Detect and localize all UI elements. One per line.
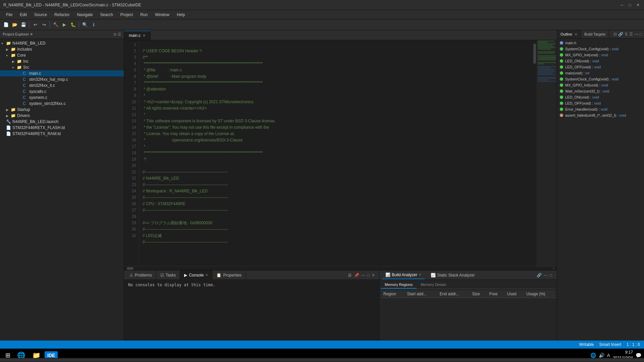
editor-tabs: main.c ✕ — [124, 30, 557, 40]
console-clear-icon[interactable]: 🖥 — [347, 273, 352, 278]
tree-inc[interactable]: ▶ 📁 Inc — [0, 58, 124, 64]
outline-led-off-2[interactable]: LED_OFF(void) : void — [558, 100, 643, 106]
outline-sort-icon[interactable]: ⇅ — [625, 32, 628, 37]
console-pin-icon[interactable]: 📌 — [354, 273, 359, 278]
tree-drivers[interactable]: ▶ 📁 Drivers — [0, 113, 124, 119]
search-button[interactable]: 🔍 — [81, 21, 89, 29]
h-scroll-thumb[interactable] — [127, 267, 133, 270]
tree-includes[interactable]: ▶ 📁 Includes — [0, 46, 124, 52]
editor-scrollbar[interactable] — [533, 40, 537, 266]
menu-window[interactable]: Window — [152, 11, 173, 18]
horizontal-scrollbar[interactable]: › — [124, 266, 557, 270]
build-link-icon[interactable]: 🔗 — [537, 273, 542, 278]
tab-close-icon[interactable]: ✕ — [143, 34, 146, 38]
outline-error-handler[interactable]: Error_Handler(void) : void — [558, 106, 643, 112]
menu-edit[interactable]: Edit — [16, 11, 30, 18]
build-analyzer-close[interactable]: ✕ — [419, 273, 421, 277]
tab-tasks[interactable]: ☑ Tasks — [156, 270, 180, 280]
open-file-button[interactable]: 📂 — [11, 21, 19, 29]
console-close-btn[interactable]: ✕ — [372, 273, 375, 278]
tab-static-stack[interactable]: 📈 Static Stack Analyzer — [427, 272, 478, 279]
tab-outline[interactable]: Outline ✕ — [557, 30, 581, 38]
panel-menu-icon[interactable]: ☰ — [118, 32, 121, 37]
menu-search[interactable]: Search — [97, 11, 116, 18]
collapse-all-icon[interactable]: ⊟ — [113, 32, 116, 37]
console-max-icon[interactable]: □ — [367, 273, 370, 278]
code-content[interactable]: /* USER CODE BEGIN Header */ //** ******… — [139, 40, 533, 266]
maximize-button[interactable]: □ — [627, 2, 633, 8]
network-icon: 🌐 — [590, 353, 596, 358]
new-file-button[interactable]: 📄 — [2, 21, 10, 29]
build-button[interactable]: 🔨 — [52, 21, 60, 29]
outline-wait-msec[interactable]: Wait_mSec(uint32_t) : void — [558, 88, 643, 94]
undo-button[interactable]: ↩ — [31, 21, 39, 29]
notification-icon[interactable]: 💬 — [636, 353, 641, 358]
console-min-icon[interactable]: — — [361, 273, 365, 278]
outline-link-icon[interactable]: 🔗 — [618, 32, 623, 37]
tab-problems[interactable]: ⚠ Problems — [125, 270, 156, 280]
outline-dot-5 — [560, 71, 563, 75]
menu-project[interactable]: Project — [117, 11, 136, 18]
menu-refactor[interactable]: Refactor — [51, 11, 73, 18]
outline-menu-icon[interactable]: ☰ — [629, 32, 633, 37]
sysmem-icon: C — [23, 95, 28, 100]
console-close-icon[interactable]: ✕ — [205, 273, 208, 277]
tab-memory-details[interactable]: Memory Details — [417, 281, 450, 289]
tree-root[interactable]: ▾ 📁 N446RE_Blk_LED — [0, 40, 124, 46]
outline-gpio-2[interactable]: MX_GPIO_Init(void) : void — [558, 82, 643, 88]
outline-assert-failed[interactable]: assert_failed(uint8_t*, uint32_t) : void — [558, 112, 643, 118]
run-button[interactable]: ▶ — [60, 21, 68, 29]
tree-launch[interactable]: ▶ 🔧 N446RE_Blk_LED.launch — [0, 119, 124, 125]
outline-led-on-1[interactable]: LED_ON(void) : void — [558, 58, 643, 64]
outline-main-h[interactable]: main.h — [558, 40, 643, 46]
tree-src[interactable]: ▾ 📁 Src — [0, 64, 124, 70]
outline-close[interactable]: ✕ — [575, 33, 577, 36]
debug-button[interactable]: 🐛 — [69, 21, 77, 29]
tree-system-c[interactable]: ▶ C system_stm32f4xx.c — [0, 101, 124, 107]
src-label: Src — [23, 65, 29, 70]
save-button[interactable]: 💾 — [19, 21, 28, 29]
tree-core[interactable]: ▾ 📁 Core — [0, 52, 124, 58]
tab-console[interactable]: ▶ Console ✕ — [180, 270, 212, 280]
includes-icon: 📁 — [11, 47, 16, 52]
tree-syscalls[interactable]: ▶ C syscalls.c — [0, 88, 124, 95]
close-button[interactable]: ✕ — [635, 2, 641, 8]
tab-main-c[interactable]: main.c ✕ — [124, 31, 151, 40]
menu-help[interactable]: Help — [173, 11, 189, 18]
tree-it-c[interactable]: ▶ C stm32f4xx_it.c — [0, 82, 124, 88]
outline-min-icon[interactable]: — — [634, 32, 638, 37]
outline-led-on-2[interactable]: LED_ON(void) : void — [558, 94, 643, 100]
h-scroll-right-arrow[interactable]: › — [550, 266, 557, 270]
tree-sysmem[interactable]: ▶ C sysmem.c — [0, 95, 124, 101]
status-smart-insert: Smart Insert — [599, 342, 621, 347]
tasks-label: Tasks — [166, 273, 176, 278]
outline-collapse-icon[interactable]: ⊟ — [613, 32, 617, 37]
menu-navigate[interactable]: Navigate — [73, 11, 96, 18]
menu-file[interactable]: File — [3, 11, 16, 18]
tree-flash-ld[interactable]: ▶ 📄 STM32F446RETX_FLASH.ld — [0, 125, 124, 131]
tab-memory-regions[interactable]: Memory Regions — [381, 281, 417, 289]
build-min-icon[interactable]: — — [544, 273, 548, 278]
tab-build-analyzer[interactable]: 📊 Build Analyzer ✕ — [382, 271, 425, 279]
memory-tabs: Memory Regions Memory Details — [381, 281, 555, 289]
outline-max-icon[interactable]: □ — [640, 32, 642, 37]
build-max-icon[interactable]: □ — [550, 273, 552, 278]
tab-properties[interactable]: 📋 Properties — [212, 270, 246, 280]
minimize-button[interactable]: ─ — [619, 2, 625, 8]
scroll-thumb[interactable] — [533, 44, 536, 64]
tree-hal-msp[interactable]: ▶ C stm32f4xx_hal_msp.c — [0, 76, 124, 82]
tree-startup[interactable]: ▶ 📁 Startup — [0, 107, 124, 113]
outline-gpio-1[interactable]: MX_GPIO_Init(void) : void — [558, 52, 643, 58]
outline-sysclock-2[interactable]: SystemClock_Config(void) : void — [558, 76, 643, 82]
menu-run[interactable]: Run — [137, 11, 151, 18]
outline-text-10: LED_OFF(void) : void — [565, 101, 601, 105]
tree-main-c[interactable]: ▶ C main.c — [0, 70, 124, 76]
outline-sysclock-1[interactable]: SystemClock_Config(void) : void — [558, 46, 643, 52]
redo-button[interactable]: ↪ — [40, 21, 48, 29]
menu-source[interactable]: Source — [31, 11, 50, 18]
tree-ram-ld[interactable]: ▶ 📄 STM32F446RETX_RAM.ld — [0, 131, 124, 137]
help-btn[interactable]: ℹ — [90, 21, 98, 29]
outline-led-off-1[interactable]: LED_OFF(void) : void — [558, 64, 643, 70]
tab-build-targets[interactable]: Build Targets — [581, 30, 609, 38]
outline-main-fn[interactable]: main(void) : int — [558, 70, 643, 76]
